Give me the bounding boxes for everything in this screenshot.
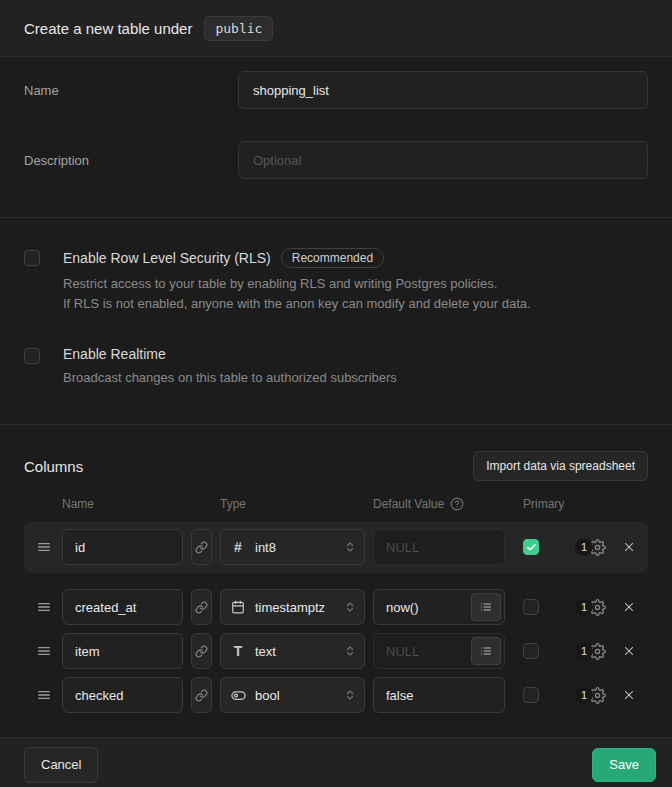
primary-cell (523, 687, 539, 703)
realtime-title-line: Enable Realtime (63, 346, 397, 362)
foreign-key-link-icon[interactable] (191, 633, 212, 669)
column-primary-checkbox[interactable] (523, 539, 539, 555)
delete-column-button[interactable] (622, 540, 636, 554)
column-name-input[interactable] (62, 677, 183, 713)
x-icon (622, 688, 636, 702)
column-type-select[interactable]: # int8 (220, 529, 365, 565)
dialog-footer: Cancel Save (0, 737, 672, 787)
row-actions: 1 (575, 598, 636, 616)
x-icon (622, 540, 636, 554)
rls-toggle-body: Enable Row Level Security (RLS) Recommen… (63, 248, 531, 314)
column-settings-button[interactable]: 1 (575, 686, 606, 704)
column-settings-button[interactable]: 1 (575, 642, 606, 660)
column-name-input[interactable] (62, 529, 183, 565)
column-type-select[interactable]: timestamptz (220, 589, 365, 625)
rls-description-line1: Restrict access to your table by enablin… (63, 274, 531, 294)
column-name-input[interactable] (62, 633, 183, 669)
list-icon (480, 601, 492, 613)
column-primary-checkbox[interactable] (523, 599, 539, 615)
description-row: Description (24, 141, 648, 179)
column-type-label: timestamptz (255, 600, 344, 615)
rls-description: Restrict access to your table by enablin… (63, 274, 531, 314)
description-label: Description (24, 153, 238, 168)
drag-handle-icon[interactable] (36, 687, 52, 703)
column-default-input[interactable] (373, 677, 505, 713)
primary-cell (523, 539, 539, 555)
rls-checkbox[interactable] (24, 250, 40, 266)
drag-handle-icon[interactable] (36, 599, 52, 615)
delete-column-button[interactable] (622, 644, 636, 658)
chevrons-up-down-icon (344, 645, 356, 657)
chevrons-up-down-icon (344, 601, 356, 613)
drag-handle-icon[interactable] (36, 539, 52, 555)
toggles-section: Enable Row Level Security (RLS) Recommen… (0, 218, 672, 425)
chevrons-up-down-icon (344, 689, 356, 701)
default-options-list-button[interactable] (471, 593, 501, 621)
column-type-select[interactable]: bool (220, 677, 365, 713)
dialog-header: Create a new table under public (0, 0, 672, 57)
foreign-key-link-icon[interactable] (191, 529, 212, 565)
column-row-checked: bool 1 (24, 677, 648, 713)
default-options-list-button[interactable] (471, 637, 501, 665)
realtime-description: Broadcast changes on this table to autho… (63, 368, 397, 388)
column-type-select[interactable]: T text (220, 633, 365, 669)
column-row-id: # int8 1 (24, 521, 648, 573)
header-default-value-label: Default Value (373, 497, 444, 511)
default-value-wrap (373, 529, 505, 565)
rls-title-line: Enable Row Level Security (RLS) Recommen… (63, 248, 531, 268)
help-circle-icon[interactable] (450, 497, 464, 511)
schema-badge: public (204, 16, 273, 41)
column-name-input[interactable] (62, 589, 183, 625)
header-name: Name (62, 497, 220, 511)
toggle-icon (229, 688, 247, 703)
x-icon (622, 644, 636, 658)
calendar-icon (229, 600, 247, 614)
columns-head: Columns Import data via spreadsheet (24, 451, 648, 481)
column-type-label: bool (255, 688, 344, 703)
column-row-item: T text 1 (24, 633, 648, 669)
row-actions: 1 (575, 538, 636, 556)
column-type-label: text (255, 644, 344, 659)
text-type-icon: T (229, 643, 247, 659)
table-name-input[interactable] (238, 71, 648, 109)
columns-title: Columns (24, 458, 83, 475)
save-button[interactable]: Save (592, 748, 656, 782)
column-headers-row: Name Type Default Value Primary (24, 497, 648, 511)
column-settings-button[interactable]: 1 (575, 538, 606, 556)
list-icon (480, 645, 492, 657)
column-row-created-at: timestamptz 1 (24, 589, 648, 625)
default-value-wrap (373, 633, 505, 669)
header-type: Type (220, 497, 373, 511)
cancel-button[interactable]: Cancel (24, 747, 98, 783)
row-actions: 1 (575, 642, 636, 660)
column-settings-button[interactable]: 1 (575, 598, 606, 616)
column-type-label: int8 (255, 540, 344, 555)
column-primary-checkbox[interactable] (523, 687, 539, 703)
delete-column-button[interactable] (622, 600, 636, 614)
hash-icon: # (229, 539, 247, 555)
delete-column-button[interactable] (622, 688, 636, 702)
drag-handle-icon[interactable] (36, 643, 52, 659)
primary-cell (523, 643, 539, 659)
rls-description-line2: If RLS is not enabled, anyone with the a… (63, 294, 531, 314)
header-default-value: Default Value (373, 497, 523, 511)
name-row: Name (24, 71, 648, 109)
chevrons-up-down-icon (344, 541, 356, 553)
foreign-key-link-icon[interactable] (191, 677, 212, 713)
row-actions: 1 (575, 686, 636, 704)
default-value-wrap (373, 677, 505, 713)
import-spreadsheet-button[interactable]: Import data via spreadsheet (473, 451, 648, 481)
rls-label: Enable Row Level Security (RLS) (63, 250, 271, 266)
foreign-key-link-icon[interactable] (191, 589, 212, 625)
table-description-input[interactable] (238, 141, 648, 179)
column-default-input[interactable] (373, 529, 505, 565)
name-label: Name (24, 83, 238, 98)
basic-info-section: Name Description (0, 57, 672, 218)
realtime-toggle-body: Enable Realtime Broadcast changes on thi… (63, 346, 397, 388)
realtime-checkbox[interactable] (24, 348, 40, 364)
create-table-dialog: Create a new table under public Name Des… (0, 0, 672, 787)
dialog-title: Create a new table under (24, 20, 192, 37)
column-primary-checkbox[interactable] (523, 643, 539, 659)
header-primary: Primary (523, 497, 564, 511)
columns-section: Columns Import data via spreadsheet Name… (0, 425, 672, 737)
